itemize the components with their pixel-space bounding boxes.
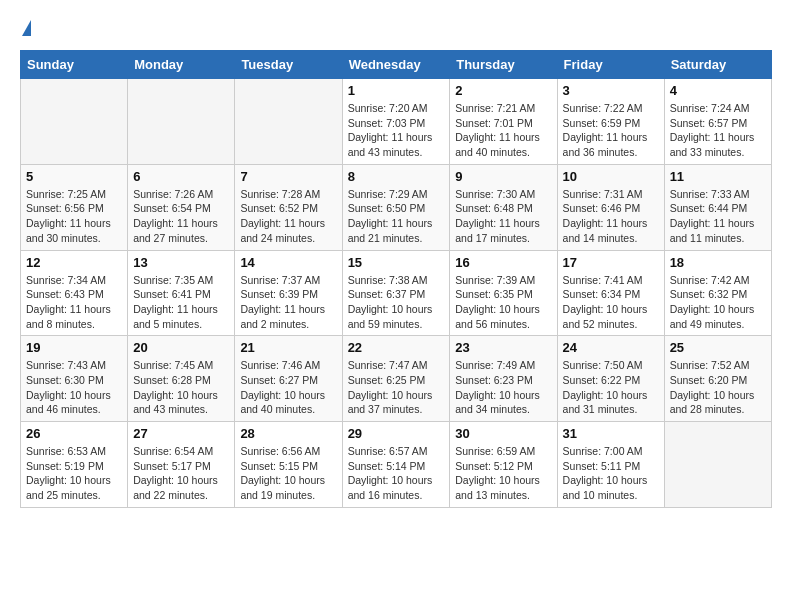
calendar-cell: 23Sunrise: 7:49 AMSunset: 6:23 PMDayligh…: [450, 336, 557, 422]
weekday-header-friday: Friday: [557, 51, 664, 79]
day-number: 21: [240, 340, 336, 355]
week-row-4: 19Sunrise: 7:43 AMSunset: 6:30 PMDayligh…: [21, 336, 772, 422]
day-info: Sunrise: 6:57 AMSunset: 5:14 PMDaylight:…: [348, 444, 445, 503]
calendar-cell: 17Sunrise: 7:41 AMSunset: 6:34 PMDayligh…: [557, 250, 664, 336]
day-number: 2: [455, 83, 551, 98]
day-number: 3: [563, 83, 659, 98]
day-info: Sunrise: 7:41 AMSunset: 6:34 PMDaylight:…: [563, 273, 659, 332]
calendar-cell: [235, 79, 342, 165]
weekday-header-tuesday: Tuesday: [235, 51, 342, 79]
calendar-cell: 9Sunrise: 7:30 AMSunset: 6:48 PMDaylight…: [450, 164, 557, 250]
day-info: Sunrise: 7:31 AMSunset: 6:46 PMDaylight:…: [563, 187, 659, 246]
calendar-cell: 12Sunrise: 7:34 AMSunset: 6:43 PMDayligh…: [21, 250, 128, 336]
weekday-header-wednesday: Wednesday: [342, 51, 450, 79]
day-info: Sunrise: 7:43 AMSunset: 6:30 PMDaylight:…: [26, 358, 122, 417]
day-info: Sunrise: 7:29 AMSunset: 6:50 PMDaylight:…: [348, 187, 445, 246]
calendar-cell: 5Sunrise: 7:25 AMSunset: 6:56 PMDaylight…: [21, 164, 128, 250]
day-info: Sunrise: 7:33 AMSunset: 6:44 PMDaylight:…: [670, 187, 766, 246]
day-number: 24: [563, 340, 659, 355]
day-number: 9: [455, 169, 551, 184]
week-row-1: 1Sunrise: 7:20 AMSunset: 7:03 PMDaylight…: [21, 79, 772, 165]
calendar-cell: [664, 422, 771, 508]
calendar-cell: 21Sunrise: 7:46 AMSunset: 6:27 PMDayligh…: [235, 336, 342, 422]
calendar-cell: 1Sunrise: 7:20 AMSunset: 7:03 PMDaylight…: [342, 79, 450, 165]
calendar-cell: [128, 79, 235, 165]
weekday-header-sunday: Sunday: [21, 51, 128, 79]
calendar-cell: 7Sunrise: 7:28 AMSunset: 6:52 PMDaylight…: [235, 164, 342, 250]
calendar-cell: 24Sunrise: 7:50 AMSunset: 6:22 PMDayligh…: [557, 336, 664, 422]
day-number: 18: [670, 255, 766, 270]
day-info: Sunrise: 7:26 AMSunset: 6:54 PMDaylight:…: [133, 187, 229, 246]
day-number: 31: [563, 426, 659, 441]
day-info: Sunrise: 7:39 AMSunset: 6:35 PMDaylight:…: [455, 273, 551, 332]
calendar-cell: 10Sunrise: 7:31 AMSunset: 6:46 PMDayligh…: [557, 164, 664, 250]
day-info: Sunrise: 7:20 AMSunset: 7:03 PMDaylight:…: [348, 101, 445, 160]
day-info: Sunrise: 7:37 AMSunset: 6:39 PMDaylight:…: [240, 273, 336, 332]
day-info: Sunrise: 7:35 AMSunset: 6:41 PMDaylight:…: [133, 273, 229, 332]
calendar-cell: 25Sunrise: 7:52 AMSunset: 6:20 PMDayligh…: [664, 336, 771, 422]
calendar-cell: 19Sunrise: 7:43 AMSunset: 6:30 PMDayligh…: [21, 336, 128, 422]
calendar-cell: 8Sunrise: 7:29 AMSunset: 6:50 PMDaylight…: [342, 164, 450, 250]
day-number: 4: [670, 83, 766, 98]
day-number: 26: [26, 426, 122, 441]
day-number: 30: [455, 426, 551, 441]
calendar-cell: 3Sunrise: 7:22 AMSunset: 6:59 PMDaylight…: [557, 79, 664, 165]
day-info: Sunrise: 7:30 AMSunset: 6:48 PMDaylight:…: [455, 187, 551, 246]
day-info: Sunrise: 6:54 AMSunset: 5:17 PMDaylight:…: [133, 444, 229, 503]
day-info: Sunrise: 7:34 AMSunset: 6:43 PMDaylight:…: [26, 273, 122, 332]
day-number: 16: [455, 255, 551, 270]
day-info: Sunrise: 7:52 AMSunset: 6:20 PMDaylight:…: [670, 358, 766, 417]
day-number: 29: [348, 426, 445, 441]
day-info: Sunrise: 7:22 AMSunset: 6:59 PMDaylight:…: [563, 101, 659, 160]
day-info: Sunrise: 7:46 AMSunset: 6:27 PMDaylight:…: [240, 358, 336, 417]
day-info: Sunrise: 7:00 AMSunset: 5:11 PMDaylight:…: [563, 444, 659, 503]
calendar-cell: 11Sunrise: 7:33 AMSunset: 6:44 PMDayligh…: [664, 164, 771, 250]
calendar-cell: 30Sunrise: 6:59 AMSunset: 5:12 PMDayligh…: [450, 422, 557, 508]
day-info: Sunrise: 6:59 AMSunset: 5:12 PMDaylight:…: [455, 444, 551, 503]
day-number: 14: [240, 255, 336, 270]
weekday-header-thursday: Thursday: [450, 51, 557, 79]
calendar-cell: 4Sunrise: 7:24 AMSunset: 6:57 PMDaylight…: [664, 79, 771, 165]
weekday-header-row: SundayMondayTuesdayWednesdayThursdayFrid…: [21, 51, 772, 79]
day-info: Sunrise: 7:42 AMSunset: 6:32 PMDaylight:…: [670, 273, 766, 332]
calendar-cell: 14Sunrise: 7:37 AMSunset: 6:39 PMDayligh…: [235, 250, 342, 336]
day-info: Sunrise: 6:56 AMSunset: 5:15 PMDaylight:…: [240, 444, 336, 503]
calendar-cell: 22Sunrise: 7:47 AMSunset: 6:25 PMDayligh…: [342, 336, 450, 422]
day-number: 8: [348, 169, 445, 184]
calendar-cell: 16Sunrise: 7:39 AMSunset: 6:35 PMDayligh…: [450, 250, 557, 336]
day-info: Sunrise: 7:24 AMSunset: 6:57 PMDaylight:…: [670, 101, 766, 160]
day-info: Sunrise: 7:50 AMSunset: 6:22 PMDaylight:…: [563, 358, 659, 417]
day-number: 13: [133, 255, 229, 270]
calendar-cell: 31Sunrise: 7:00 AMSunset: 5:11 PMDayligh…: [557, 422, 664, 508]
calendar-cell: 6Sunrise: 7:26 AMSunset: 6:54 PMDaylight…: [128, 164, 235, 250]
day-info: Sunrise: 7:38 AMSunset: 6:37 PMDaylight:…: [348, 273, 445, 332]
calendar-cell: 28Sunrise: 6:56 AMSunset: 5:15 PMDayligh…: [235, 422, 342, 508]
day-number: 22: [348, 340, 445, 355]
calendar-cell: 13Sunrise: 7:35 AMSunset: 6:41 PMDayligh…: [128, 250, 235, 336]
day-info: Sunrise: 7:45 AMSunset: 6:28 PMDaylight:…: [133, 358, 229, 417]
day-number: 7: [240, 169, 336, 184]
calendar-cell: [21, 79, 128, 165]
logo: [20, 20, 31, 34]
day-number: 23: [455, 340, 551, 355]
day-number: 6: [133, 169, 229, 184]
day-number: 25: [670, 340, 766, 355]
day-info: Sunrise: 7:28 AMSunset: 6:52 PMDaylight:…: [240, 187, 336, 246]
weekday-header-saturday: Saturday: [664, 51, 771, 79]
day-number: 10: [563, 169, 659, 184]
day-info: Sunrise: 7:49 AMSunset: 6:23 PMDaylight:…: [455, 358, 551, 417]
day-number: 28: [240, 426, 336, 441]
day-number: 5: [26, 169, 122, 184]
day-number: 19: [26, 340, 122, 355]
logo-triangle-icon: [22, 20, 31, 36]
day-info: Sunrise: 7:21 AMSunset: 7:01 PMDaylight:…: [455, 101, 551, 160]
calendar-cell: 20Sunrise: 7:45 AMSunset: 6:28 PMDayligh…: [128, 336, 235, 422]
calendar-cell: 26Sunrise: 6:53 AMSunset: 5:19 PMDayligh…: [21, 422, 128, 508]
day-number: 12: [26, 255, 122, 270]
calendar-cell: 29Sunrise: 6:57 AMSunset: 5:14 PMDayligh…: [342, 422, 450, 508]
calendar-table: SundayMondayTuesdayWednesdayThursdayFrid…: [20, 50, 772, 508]
day-number: 27: [133, 426, 229, 441]
day-number: 1: [348, 83, 445, 98]
calendar-cell: 18Sunrise: 7:42 AMSunset: 6:32 PMDayligh…: [664, 250, 771, 336]
calendar-cell: 15Sunrise: 7:38 AMSunset: 6:37 PMDayligh…: [342, 250, 450, 336]
